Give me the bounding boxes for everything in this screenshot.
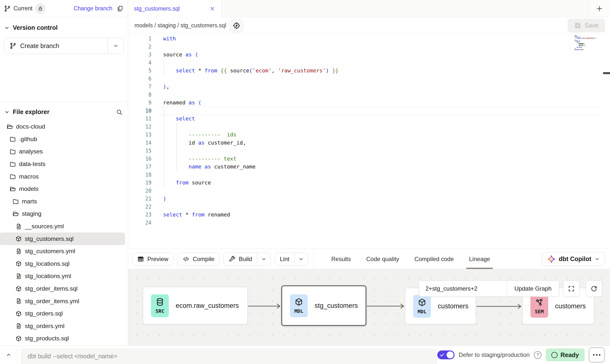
create-branch-caret[interactable] (107, 38, 124, 54)
version-control-header[interactable]: Version control (0, 17, 128, 31)
save-button[interactable]: Save (568, 19, 605, 33)
create-branch-main[interactable]: Create branch (4, 38, 107, 54)
model-icon (15, 235, 22, 242)
folder-icon (12, 198, 19, 205)
file-tree-item-stg-locations-sql[interactable]: stg_locations.sql (0, 258, 125, 270)
file-tree-item-docs-cloud[interactable]: docs-cloud (0, 120, 125, 133)
panel-tab-code-quality[interactable]: Code quality (359, 249, 407, 269)
new-tab-button[interactable] (588, 0, 610, 17)
lint-button[interactable]: Lint (275, 253, 308, 265)
lock-icon (37, 6, 43, 12)
more-options-button[interactable] (589, 347, 605, 362)
copy-icon[interactable] (117, 5, 123, 12)
code-line-10: 10 (128, 107, 610, 115)
file-label: stg_locations.sql (25, 260, 69, 267)
tab-bar: stg_customers.sql (128, 0, 610, 17)
ready-status-badge[interactable]: Ready (546, 348, 585, 361)
line-number: 7 (128, 83, 152, 91)
file-tree-item--github[interactable]: .github (0, 133, 125, 146)
search-icon[interactable] (116, 109, 123, 116)
lineage-selector-input[interactable] (419, 281, 507, 297)
code-line-16: 16 ---------- text (128, 155, 610, 163)
help-icon[interactable]: ? (534, 351, 542, 359)
code-editor[interactable]: 1with23source as (45 select * from {{ so… (128, 34, 610, 249)
branch-header: Current Change branch (0, 0, 128, 17)
tab-stg-customers-sql[interactable]: stg_customers.sql (128, 0, 222, 17)
file-tree-item-stg-orders-yml[interactable]: stg_orders.yml (0, 320, 125, 332)
code-lines: 1with23source as (45 select * from {{ so… (128, 35, 610, 227)
build-caret[interactable] (257, 253, 271, 265)
line-number: 19 (128, 179, 152, 187)
file-label: docs-cloud (16, 123, 45, 130)
panel-tab-lineage[interactable]: Lineage (461, 249, 498, 269)
collapse-panel-button[interactable] (0, 346, 17, 364)
minimap[interactable] (575, 35, 602, 51)
file-label: __sources.yml (25, 223, 64, 230)
file-explorer-header[interactable]: File explorer (0, 102, 128, 120)
line-number: 6 (128, 75, 152, 83)
file-tree-item-stg-products-sql[interactable]: stg_products.sql (0, 332, 125, 345)
file-tree-item-data-tests[interactable]: data-tests (0, 158, 125, 170)
file-tree-item-models[interactable]: models (0, 183, 125, 195)
create-branch-button[interactable]: Create branch (4, 38, 124, 54)
file-tree-item-analyses[interactable]: analyses (0, 145, 125, 158)
file-label: data-tests (19, 161, 46, 167)
save-icon (574, 22, 581, 29)
file-tree-item--sources-yml[interactable]: __sources.yml (0, 220, 125, 233)
code-line-9: 9renamed as ( (128, 99, 610, 107)
code-line-12: 12 (128, 123, 610, 131)
status-bar: Defer to staging/production ? Ready (0, 346, 610, 364)
file-tree-item-stg-customers-yml[interactable]: stg_customers.yml (0, 245, 125, 258)
line-number: 17 (128, 163, 152, 171)
defer-cluster: Defer to staging/production ? Ready (437, 347, 610, 362)
lineage-panel: SRCecom.raw_customersMDLstg_customersMDL… (128, 269, 610, 346)
file-tree-item-stg-customers-sql[interactable]: stg_customers.sql (0, 232, 125, 245)
line-number: 14 (128, 139, 152, 147)
build-button[interactable]: Build (223, 253, 271, 265)
refresh-button[interactable] (586, 281, 602, 297)
code-line-8: 8 (128, 91, 610, 99)
dbt-command-input[interactable] (21, 348, 437, 364)
create-branch-label: Create branch (20, 42, 59, 50)
file-icon (15, 323, 22, 329)
toolbar-separator (313, 249, 314, 269)
line-number: 1 (128, 35, 152, 43)
panel-resize-handle[interactable] (603, 72, 610, 74)
close-icon[interactable] (209, 5, 216, 12)
preview-button[interactable]: Preview (132, 253, 173, 265)
file-tree-item-stg-order-items-yml[interactable]: stg_order_items.yml (0, 295, 125, 307)
code-line-11: 11 select (128, 115, 610, 123)
panel-tab-compiled-code[interactable]: Compiled code (407, 249, 461, 269)
folder-open-icon (9, 186, 16, 192)
update-graph-button[interactable]: Update Graph (507, 281, 559, 297)
defer-toggle[interactable] (437, 350, 455, 359)
file-label: stg_customers.sql (25, 235, 73, 242)
copilot-compass-button[interactable] (230, 19, 243, 32)
compile-button[interactable]: Compile (177, 253, 220, 265)
file-tree-item-stg-orders-sql[interactable]: stg_orders.sql (0, 307, 125, 320)
panel-tab-results[interactable]: Results (323, 249, 358, 269)
folder-open-icon (6, 123, 13, 130)
file-label: analyses (19, 148, 43, 155)
file-explorer-title: File explorer (13, 108, 50, 116)
fullscreen-button[interactable] (563, 281, 579, 297)
lint-caret[interactable] (294, 253, 308, 265)
file-tree-item-stg-locations-yml[interactable]: stg_locations.yml (0, 270, 125, 282)
copilot-label: dbt Copilot (559, 255, 591, 263)
change-branch-link[interactable]: Change branch (74, 5, 112, 12)
line-number: 24 (128, 219, 152, 227)
file-explorer: File explorer docs-cloud.githubanalysesd… (0, 102, 128, 346)
file-label: staging (22, 210, 41, 217)
line-number: 10 (128, 107, 152, 115)
breadcrumb: models / staging / stg_customers.sql (135, 22, 226, 29)
current-branch-label: Current (14, 5, 33, 12)
file-tree-item-macros[interactable]: macros (0, 170, 125, 183)
file-tree-item-staging[interactable]: staging (0, 208, 125, 220)
file-tree-item-marts[interactable]: marts (0, 195, 125, 208)
version-control-title: Version control (13, 24, 58, 31)
line-number: 2 (128, 43, 152, 51)
dbt-copilot-button[interactable]: dbt Copilot (542, 252, 605, 266)
line-number: 4 (128, 59, 152, 67)
file-tree-item-stg-order-items-sql[interactable]: stg_order_items.sql (0, 282, 125, 295)
preview-label: Preview (147, 256, 168, 263)
